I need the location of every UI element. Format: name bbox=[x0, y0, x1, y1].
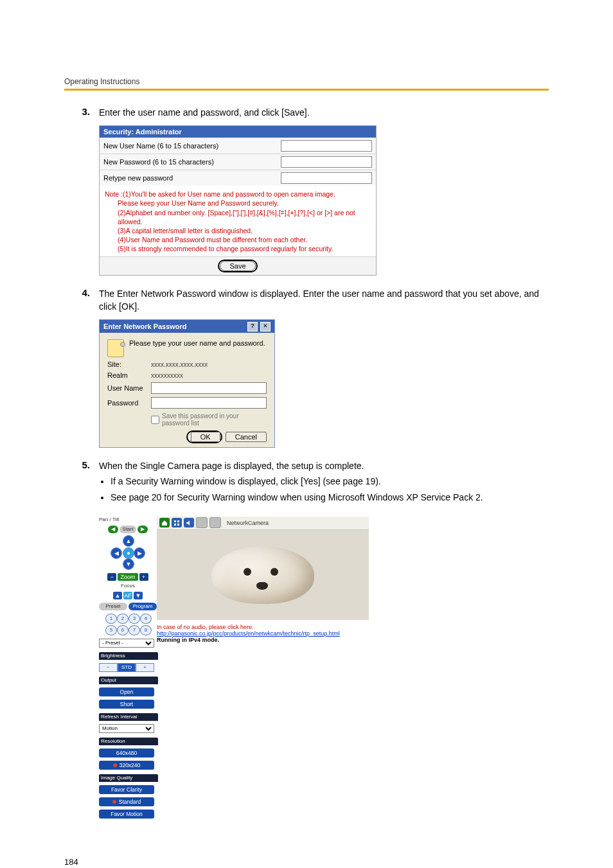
preset-tab[interactable]: Preset bbox=[99, 603, 127, 610]
ok-button[interactable]: OK bbox=[191, 432, 220, 442]
preset-7[interactable]: 7 bbox=[129, 625, 140, 635]
cancel-button[interactable]: Cancel bbox=[226, 432, 267, 442]
zoom-label: Zoom bbox=[118, 573, 138, 581]
dpad-left-icon[interactable]: ◀ bbox=[111, 547, 122, 559]
output-open-button[interactable]: Open bbox=[99, 687, 154, 696]
zoom-out-button[interactable]: − bbox=[107, 573, 116, 581]
password-label: Password bbox=[107, 399, 151, 407]
step-5-text: When the Single Camera page is displayed… bbox=[99, 459, 549, 472]
save-password-label: Save this password in your password list bbox=[162, 412, 267, 427]
dpad-down-icon[interactable]: ▼ bbox=[123, 558, 134, 570]
preset-3[interactable]: 3 bbox=[129, 614, 140, 624]
zoom-in-button[interactable]: + bbox=[139, 573, 148, 581]
start-left-pill[interactable]: ◀ bbox=[108, 526, 118, 533]
save-password-checkbox[interactable] bbox=[151, 416, 159, 424]
camera-toolbar: NetworkCamera bbox=[157, 517, 369, 530]
pan-tilt-label: Pan / Tilt bbox=[99, 517, 157, 522]
retype-password-input[interactable] bbox=[281, 172, 372, 184]
camera-image-placeholder bbox=[211, 546, 314, 604]
toolbar-home-icon[interactable] bbox=[159, 518, 170, 527]
brightness-minus[interactable]: − bbox=[99, 663, 118, 672]
header-rule bbox=[64, 89, 549, 91]
step-3-number: 3. bbox=[64, 106, 99, 119]
password-input[interactable] bbox=[151, 397, 267, 409]
camera-title: NetworkCamera bbox=[227, 520, 269, 526]
preset-grid: 1 2 3 4 5 6 7 8 bbox=[99, 614, 157, 635]
toolbar-button-b[interactable] bbox=[209, 517, 221, 528]
brightness-std[interactable]: STD bbox=[118, 663, 136, 672]
username-label: User Name bbox=[107, 384, 151, 392]
focus-far-button[interactable]: ▼ bbox=[134, 592, 143, 599]
svg-rect-2 bbox=[174, 524, 176, 526]
security-note: Note :(1)You'll be asked for User name a… bbox=[100, 186, 376, 256]
resolution-320-button[interactable]: 320x240 bbox=[99, 761, 154, 770]
enp-prompt: Please type your user name and password. bbox=[129, 339, 265, 347]
realm-label: Realm bbox=[107, 371, 151, 379]
preset-5[interactable]: 5 bbox=[105, 625, 117, 635]
new-username-input[interactable] bbox=[281, 140, 372, 152]
dpad-up-icon[interactable]: ▲ bbox=[123, 535, 134, 547]
refresh-header: Refresh Interval bbox=[99, 713, 158, 721]
preset-2[interactable]: 2 bbox=[117, 614, 129, 624]
dpad-center-icon[interactable]: ● bbox=[123, 547, 134, 559]
security-admin-title: Security: Administrator bbox=[100, 126, 376, 137]
svg-rect-3 bbox=[177, 524, 179, 526]
ip-mode-label: Running in IPv4 mode. bbox=[157, 637, 369, 643]
step-4-text: The Enter Network Password window is dis… bbox=[99, 287, 549, 314]
toolbar-audio-icon[interactable] bbox=[184, 518, 194, 527]
brightness-plus[interactable]: + bbox=[136, 663, 154, 672]
ok-button-highlight: OK bbox=[188, 432, 221, 442]
start-button[interactable]: Start bbox=[120, 526, 137, 533]
site-value: xxxx.xxxx.xxxx.xxxx bbox=[151, 361, 267, 368]
no-audio-message: In case of no audio, please click here. bbox=[157, 624, 369, 630]
camera-live-view bbox=[157, 530, 369, 620]
security-admin-box: Security: Administrator New User Name (6… bbox=[99, 125, 377, 275]
iq-clarity-button[interactable]: Favor Clarity bbox=[99, 785, 154, 794]
step-5-bullet-1: If a Security Warning window is displaye… bbox=[111, 475, 549, 488]
enp-title: Enter Network Password bbox=[103, 323, 187, 330]
output-header: Output bbox=[99, 677, 158, 684]
step-4-number: 4. bbox=[64, 287, 99, 314]
program-tab[interactable]: Program bbox=[129, 603, 157, 610]
step-3-text: Enter the user name and password, and cl… bbox=[99, 106, 549, 119]
iq-standard-button[interactable]: Standard bbox=[99, 797, 154, 806]
refresh-select[interactable]: Motion bbox=[99, 724, 154, 733]
start-right-pill[interactable]: ▶ bbox=[138, 526, 148, 533]
iq-motion-button[interactable]: Favor Motion bbox=[99, 810, 154, 819]
preset-select[interactable]: - Preset - bbox=[99, 639, 154, 648]
focus-near-button[interactable]: ▲ bbox=[113, 592, 122, 599]
help-icon[interactable]: ? bbox=[247, 322, 258, 332]
pan-tilt-dpad[interactable]: ▲ ▼ ◀ ▶ ● bbox=[111, 535, 145, 570]
output-short-button[interactable]: Short bbox=[99, 700, 154, 709]
preset-4[interactable]: 4 bbox=[140, 614, 152, 624]
step-5-bullet-2: See page 20 for Security Warning window … bbox=[111, 491, 549, 504]
preset-1[interactable]: 1 bbox=[105, 614, 117, 624]
single-camera-page: Pan / Tilt ◀ Start ▶ ▲ ▼ ◀ ▶ ● − Zoom + … bbox=[99, 517, 369, 819]
dpad-right-icon[interactable]: ▶ bbox=[134, 547, 145, 559]
new-password-label: New Password (6 to 15 characters) bbox=[103, 158, 281, 166]
brightness-control[interactable]: − STD + bbox=[99, 663, 154, 672]
audio-help-link[interactable]: http://panasonic.co.jp/pcc/products/en/n… bbox=[157, 630, 369, 637]
new-username-label: New User Name (6 to 15 characters) bbox=[103, 142, 281, 150]
preset-6[interactable]: 6 bbox=[117, 625, 129, 635]
preset-8[interactable]: 8 bbox=[140, 625, 152, 635]
step-5-number: 5. bbox=[64, 459, 99, 510]
toolbar-button-a[interactable] bbox=[196, 517, 208, 528]
svg-rect-1 bbox=[177, 520, 179, 522]
save-button[interactable]: Save bbox=[220, 261, 255, 271]
resolution-640-button[interactable]: 640x480 bbox=[99, 748, 154, 757]
realm-value: xxxxxxxxxx bbox=[151, 372, 267, 379]
keys-icon bbox=[107, 339, 124, 357]
brightness-header: Brightness bbox=[99, 652, 158, 660]
new-password-input[interactable] bbox=[281, 156, 372, 168]
page-number: 184 bbox=[64, 857, 549, 867]
focus-af-button[interactable]: AF bbox=[123, 592, 132, 599]
site-label: Site: bbox=[107, 360, 151, 368]
toolbar-multi-icon[interactable] bbox=[172, 518, 182, 527]
svg-rect-0 bbox=[174, 520, 176, 522]
image-quality-header: Image Quality bbox=[99, 774, 158, 782]
close-icon[interactable]: × bbox=[260, 322, 271, 332]
username-input[interactable] bbox=[151, 382, 267, 394]
enter-network-password-dialog: Enter Network Password ? × Please type y… bbox=[99, 319, 275, 448]
running-header: Operating Instructions bbox=[64, 77, 549, 86]
